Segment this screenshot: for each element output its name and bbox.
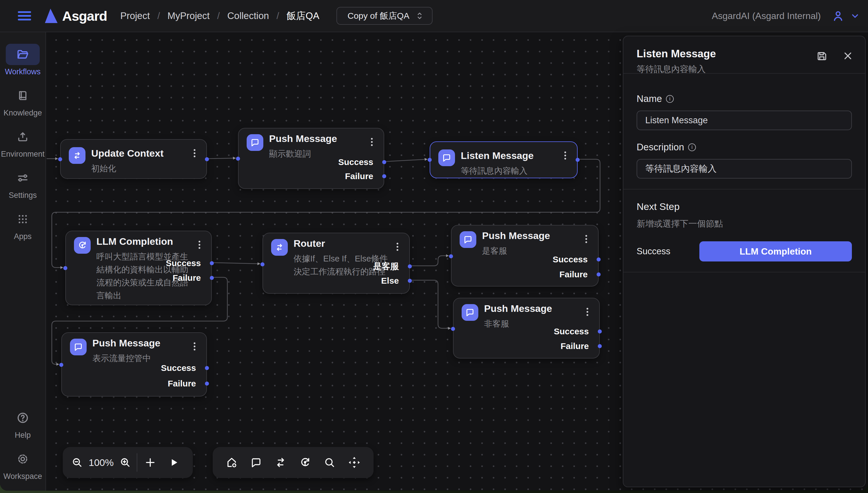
move-icon[interactable] — [348, 456, 361, 469]
node-push-message-not-cs[interactable]: Push Message非客服SuccessFailure — [453, 298, 600, 359]
upload-icon — [6, 126, 40, 147]
node-push-message-is-cs[interactable]: Push Message是客服SuccessFailure — [451, 225, 599, 286]
breadcrumb-collection[interactable]: Collection — [227, 10, 269, 21]
apps-grid-icon — [6, 209, 40, 230]
output-label-Success: Success — [338, 156, 373, 168]
edge — [385, 159, 427, 162]
search-icon[interactable] — [324, 456, 336, 469]
output-port[interactable] — [408, 264, 412, 269]
input-port[interactable] — [63, 266, 67, 270]
llm-refresh-bulb-icon[interactable] — [299, 456, 311, 469]
input-port[interactable] — [449, 254, 453, 258]
chat-bubble-icon — [70, 339, 87, 355]
node-push-message-flow-control[interactable]: Push Message表示流量控管中SuccessFailure — [61, 332, 207, 396]
breadcrumb-project[interactable]: Project — [120, 10, 150, 21]
output-label-Success: Success — [166, 257, 201, 269]
book-icon — [6, 85, 40, 106]
chat-bubble-icon — [247, 134, 263, 151]
add-node-icon[interactable] — [225, 456, 238, 469]
play-icon[interactable] — [169, 457, 179, 468]
zoom-out-icon[interactable] — [71, 457, 83, 468]
output-label-是客服: 是客服 — [373, 261, 399, 272]
sidebar-item-environment[interactable]: Environment — [1, 126, 44, 159]
input-port[interactable] — [59, 363, 63, 367]
output-label-Failure: Failure — [561, 340, 589, 352]
sidebar-item-workflows[interactable]: Workflows — [1, 44, 44, 76]
name-field[interactable] — [637, 111, 852, 130]
hamburger-menu-icon[interactable] — [18, 9, 31, 22]
output-port[interactable] — [205, 366, 209, 370]
input-port[interactable] — [236, 157, 240, 161]
info-icon[interactable]: i — [688, 144, 696, 151]
output-port[interactable] — [205, 157, 209, 161]
asgard-logo-icon — [45, 9, 58, 23]
kebab-menu-icon[interactable] — [584, 305, 591, 319]
info-icon[interactable]: i — [666, 95, 674, 103]
select-chevrons-icon — [416, 12, 423, 20]
kebab-menu-icon[interactable] — [191, 340, 198, 353]
node-listen-message[interactable]: Listen Message等待訊息內容輸入 — [430, 142, 578, 178]
kebab-menu-icon[interactable] — [191, 147, 198, 160]
output-port[interactable] — [598, 344, 602, 348]
llm-refresh-bulb-icon — [74, 237, 91, 254]
input-port[interactable] — [428, 158, 432, 162]
kebab-menu-icon[interactable] — [368, 135, 376, 149]
sidebar-item-apps[interactable]: Apps — [1, 209, 44, 241]
output-port[interactable] — [408, 279, 412, 283]
output-label-Failure: Failure — [173, 272, 201, 284]
sidebar-item-label: Environment — [1, 150, 45, 159]
kebab-menu-icon[interactable] — [561, 149, 569, 162]
node-router[interactable]: Router依據If、Else If、Else條件決定工作流程執行的路徑是客服E… — [263, 233, 410, 294]
sidebar-item-label: Workflows — [5, 67, 41, 76]
swap-arrows-icon[interactable] — [274, 456, 287, 469]
kebab-menu-icon[interactable] — [394, 240, 401, 253]
user-avatar-icon[interactable] — [832, 9, 844, 22]
kebab-menu-icon[interactable] — [582, 232, 590, 245]
output-port[interactable] — [382, 174, 386, 178]
node-title: Push Message — [92, 338, 160, 349]
output-port[interactable] — [205, 382, 209, 386]
input-port[interactable] — [58, 157, 62, 161]
node-title: Push Message — [482, 230, 550, 241]
zoom-in-icon[interactable] — [119, 457, 131, 468]
workflow-version-selector[interactable]: Copy of 飯店QA — [336, 7, 432, 25]
close-icon[interactable] — [842, 50, 853, 62]
save-icon[interactable] — [816, 50, 828, 62]
breadcrumb-myproject[interactable]: MyProject — [168, 10, 210, 21]
output-port[interactable] — [382, 160, 386, 164]
output-port[interactable] — [576, 158, 580, 162]
node-update-context[interactable]: Update Context初始化 — [60, 139, 207, 179]
node-llm-completion[interactable]: LLM Completion呼叫大型語言模型並產生結構化的資料輸出以輔助流程的決… — [65, 231, 212, 305]
node-push-message-welcome[interactable]: Push Message顯示歡迎詞SuccessFailure — [238, 128, 384, 189]
gear-icon — [6, 448, 40, 470]
chat-bubble-icon — [438, 149, 455, 166]
input-port[interactable] — [261, 262, 265, 266]
output-port[interactable] — [210, 261, 214, 265]
kebab-menu-icon[interactable] — [196, 238, 203, 251]
sidebar-item-settings[interactable]: Settings — [1, 167, 44, 200]
description-field[interactable] — [637, 159, 852, 178]
node-config-panel: Listen Message 等待訊息內容輸入 Name i Descripti… — [623, 36, 866, 487]
node-title: Listen Message — [461, 150, 534, 161]
input-port[interactable] — [451, 327, 455, 331]
output-label-Failure: Failure — [168, 378, 196, 389]
output-port[interactable] — [597, 273, 601, 276]
chat-bubble-icon[interactable] — [250, 456, 262, 469]
output-label-Failure: Failure — [559, 269, 588, 280]
edge — [410, 280, 451, 328]
chevron-down-icon[interactable] — [850, 11, 860, 21]
output-port[interactable] — [597, 257, 601, 261]
next-step-node-button[interactable]: LLM Completion — [699, 241, 852, 261]
output-port[interactable] — [210, 276, 214, 280]
sidebar-item-knowledge[interactable]: Knowledge — [1, 85, 44, 117]
node-title: LLM Completion — [96, 236, 173, 247]
toolbar-divider — [137, 453, 137, 472]
breadcrumb: Project / MyProject / Collection / 飯店QA — [120, 9, 319, 22]
chat-bubble-icon — [460, 231, 476, 248]
zoom-toolbar: 100% — [63, 447, 193, 478]
sidebar-item-help[interactable]: Help — [1, 407, 44, 440]
sidebar-item-workspace[interactable]: Workspace — [1, 448, 44, 481]
add-icon[interactable] — [144, 456, 156, 469]
chat-bubble-icon — [462, 304, 478, 321]
output-port[interactable] — [598, 329, 602, 334]
